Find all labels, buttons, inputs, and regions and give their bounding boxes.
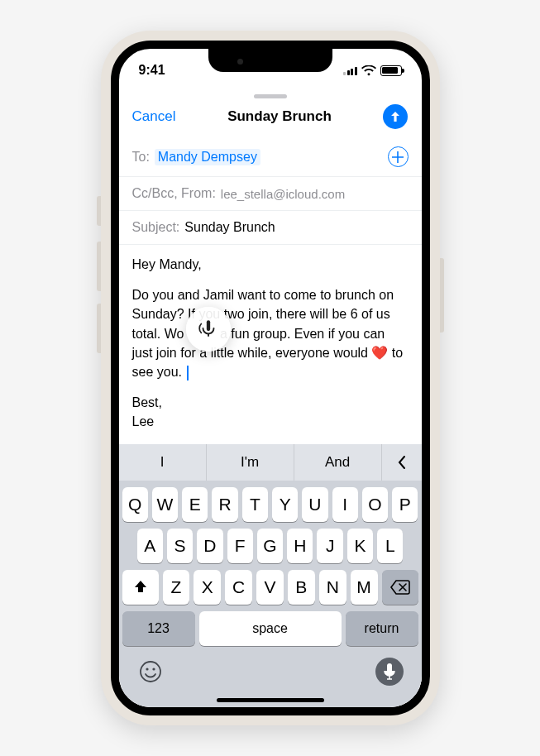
keyboard-row-1: Q W E R T Y U I O P	[119, 481, 422, 522]
compose-title: Sunday Brunch	[227, 108, 332, 125]
shift-icon	[132, 579, 149, 596]
nav-bar: Cancel Sunday Brunch	[119, 100, 422, 137]
prediction-3[interactable]: And	[294, 444, 382, 481]
key-z[interactable]: Z	[163, 570, 190, 605]
screen: 9:41 Cancel Sunday Brunch	[111, 41, 430, 715]
chevron-left-icon	[396, 455, 408, 470]
emoji-button[interactable]	[137, 658, 164, 685]
compose-sheet: Cancel Sunday Brunch To: Mandy Dempsey C…	[119, 89, 422, 707]
key-s[interactable]: S	[167, 529, 193, 563]
key-n[interactable]: N	[319, 570, 346, 605]
key-q[interactable]: Q	[122, 487, 148, 522]
to-label: To:	[132, 150, 150, 165]
keyboard-row-2: A S D F G H J K L	[119, 522, 422, 563]
return-key[interactable]: return	[346, 611, 418, 646]
subject-field[interactable]: Subject: Sunday Brunch	[119, 211, 422, 245]
cancel-button[interactable]: Cancel	[132, 108, 176, 125]
predictive-collapse-button[interactable]	[382, 444, 422, 481]
arrow-up-icon	[389, 110, 402, 123]
emoji-icon	[139, 660, 162, 683]
key-e[interactable]: E	[182, 487, 208, 522]
microphone-icon	[382, 663, 397, 681]
key-i[interactable]: I	[332, 487, 358, 522]
to-field[interactable]: To: Mandy Dempsey	[119, 137, 422, 177]
add-recipient-button[interactable]	[388, 146, 409, 167]
svg-point-3	[152, 667, 155, 670]
text-cursor	[187, 366, 189, 380]
body-paragraph: Do you and Jamil want to come to brunch …	[132, 285, 409, 381]
body-greeting: Hey Mandy,	[132, 255, 409, 274]
body-signoff-name: Lee	[132, 414, 155, 428]
status-time: 9:41	[139, 63, 165, 78]
heart-emoji: ❤️	[371, 346, 388, 360]
key-u[interactable]: U	[302, 487, 327, 522]
body-signoff-best: Best,	[132, 395, 162, 409]
ccbcc-label: Cc/Bcc, From:	[132, 186, 216, 201]
voice-dictation-icon	[198, 318, 219, 340]
key-b[interactable]: B	[288, 570, 315, 605]
prediction-1[interactable]: I	[119, 444, 207, 481]
key-f[interactable]: F	[227, 529, 253, 563]
home-indicator[interactable]	[217, 698, 324, 702]
predictive-bar: I I'm And	[119, 444, 422, 481]
svg-rect-0	[206, 320, 209, 331]
keyboard-row-3: Z X C V B N M	[119, 563, 422, 605]
svg-point-1	[141, 662, 160, 682]
send-button[interactable]	[383, 104, 408, 129]
to-recipient[interactable]: Mandy Dempsey	[155, 149, 260, 165]
shift-key[interactable]	[122, 570, 159, 605]
keyboard-row-bottom: 123 space return	[119, 605, 422, 646]
from-email: lee_stella@icloud.com	[221, 187, 345, 201]
key-m[interactable]: M	[351, 570, 378, 605]
subject-value: Sunday Brunch	[184, 220, 275, 235]
key-c[interactable]: C	[225, 570, 252, 605]
battery-icon	[380, 65, 402, 76]
dictation-button[interactable]	[375, 658, 404, 686]
key-y[interactable]: Y	[272, 487, 298, 522]
space-key[interactable]: space	[199, 611, 342, 646]
key-h[interactable]: H	[287, 529, 313, 563]
phone-frame: 9:41 Cancel Sunday Brunch	[101, 31, 440, 725]
volume-down-button[interactable]	[97, 304, 101, 353]
cellular-icon	[343, 65, 357, 75]
key-v[interactable]: V	[256, 570, 284, 605]
plus-icon	[392, 151, 404, 163]
key-a[interactable]: A	[137, 529, 163, 563]
key-d[interactable]: D	[197, 529, 222, 563]
notch	[208, 49, 332, 72]
backspace-key[interactable]	[382, 570, 418, 605]
subject-label: Subject:	[132, 220, 180, 235]
key-o[interactable]: O	[362, 487, 388, 522]
key-k[interactable]: K	[347, 529, 373, 563]
key-x[interactable]: X	[194, 570, 221, 605]
sheet-grabber[interactable]	[254, 94, 287, 98]
key-t[interactable]: T	[242, 487, 268, 522]
keyboard: I I'm And Q W E R T Y U I O	[119, 444, 422, 707]
key-j[interactable]: J	[317, 529, 342, 563]
prediction-2[interactable]: I'm	[207, 444, 294, 481]
svg-point-2	[146, 667, 148, 670]
backspace-icon	[390, 580, 410, 595]
key-g[interactable]: G	[257, 529, 283, 563]
keyboard-footer	[119, 646, 422, 687]
voice-control-bubble[interactable]	[186, 307, 231, 352]
cc-bcc-from-field[interactable]: Cc/Bcc, From: lee_stella@icloud.com	[119, 177, 422, 211]
key-l[interactable]: L	[377, 529, 403, 563]
message-body[interactable]: Hey Mandy, Do you and Jamil want to come…	[119, 245, 422, 442]
key-p[interactable]: P	[392, 487, 418, 522]
wifi-icon	[361, 65, 376, 76]
key-r[interactable]: R	[212, 487, 237, 522]
key-w[interactable]: W	[152, 487, 178, 522]
side-button[interactable]	[440, 258, 444, 333]
numbers-key[interactable]: 123	[122, 611, 195, 646]
